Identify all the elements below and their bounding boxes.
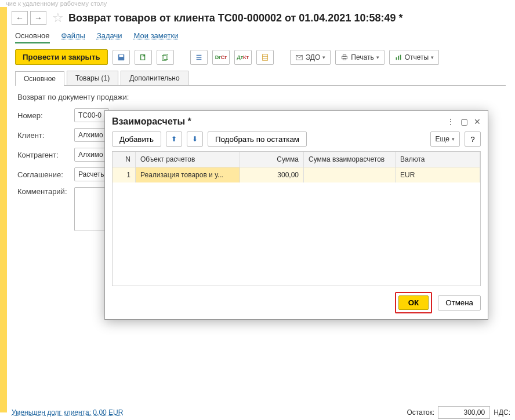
arrow-up-icon: ⬆ <box>171 135 177 143</box>
pick-by-balance-button[interactable]: Подобрать по остаткам <box>208 132 307 147</box>
settlements-grid[interactable]: N Объект расчетов Сумма Сумма взаиморасч… <box>112 151 481 286</box>
copy-icon-button[interactable] <box>135 50 152 65</box>
number-label: Номер: <box>17 111 74 120</box>
contractor-field[interactable]: Алхимо <box>74 148 109 162</box>
cancel-button[interactable]: Отмена <box>438 295 481 311</box>
cell-sum[interactable]: 300,00 <box>240 167 304 182</box>
remote-desktop-hint: чие к удаленному рабочему столу <box>6 0 107 7</box>
svg-rect-1 <box>119 54 123 57</box>
client-label: Клиент: <box>17 131 74 140</box>
list-icon-button[interactable] <box>190 50 208 65</box>
nav-forward-button[interactable]: → <box>30 11 46 25</box>
add-button[interactable]: Добавить <box>112 132 161 147</box>
section-link-notes[interactable]: Мои заметки <box>134 29 179 43</box>
move-up-button[interactable]: ⬆ <box>166 132 182 147</box>
move-down-button[interactable]: ⬇ <box>187 132 203 147</box>
arrow-right-icon: → <box>34 13 42 23</box>
modal-close-icon[interactable]: ✕ <box>474 117 481 126</box>
help-button[interactable]: ? <box>465 132 481 147</box>
col-header-settlement[interactable]: Сумма взаиморасчетов <box>304 152 396 167</box>
section-link-main[interactable]: Основное <box>15 29 50 43</box>
comment-textarea[interactable] <box>74 187 109 231</box>
post-and-close-button[interactable]: Провести и закрыть <box>15 49 108 65</box>
edo-dropdown[interactable]: ЭДО▾ <box>290 50 331 65</box>
drcr-icon-button[interactable]: DrCr <box>212 50 230 65</box>
reports-dropdown[interactable]: Отчеты▾ <box>389 50 439 65</box>
balance-value: 300,00 <box>438 406 490 419</box>
ok-button[interactable]: ОК <box>398 295 429 310</box>
svg-rect-10 <box>396 57 397 60</box>
balance-label: Остаток: <box>407 408 434 417</box>
left-accent-bar <box>0 7 7 412</box>
comment-label: Комментарий: <box>17 187 74 196</box>
col-header-object[interactable]: Объект расчетов <box>136 152 240 167</box>
cell-object[interactable]: Реализация товаров и у... <box>136 167 240 182</box>
print-dropdown[interactable]: Печать▾ <box>335 50 384 65</box>
svg-rect-11 <box>398 56 399 60</box>
col-header-n[interactable]: N <box>113 152 136 167</box>
dtkt-icon-button[interactable]: ДтКт <box>234 50 252 65</box>
col-header-currency[interactable]: Валюта <box>396 152 480 167</box>
cell-currency[interactable]: EUR <box>396 167 480 182</box>
svg-rect-5 <box>262 54 267 60</box>
tab-goods[interactable]: Товары (1) <box>67 71 118 85</box>
arrow-left-icon: ← <box>16 13 24 23</box>
agreement-field[interactable]: Расчеть <box>74 167 109 181</box>
table-row[interactable]: 1 Реализация товаров и у... 300,00 EUR <box>113 167 480 182</box>
section-link-files[interactable]: Файлы <box>61 29 85 43</box>
col-header-sum[interactable]: Сумма <box>240 152 304 167</box>
modal-title: Взаиморасчеты * <box>112 116 191 127</box>
tab-additional[interactable]: Дополнительно <box>121 71 188 85</box>
favorite-star-icon[interactable]: ☆ <box>52 10 64 25</box>
settlements-modal: Взаиморасчеты * ⋮ ▢ ✕ Добавить ⬆ ⬇ Подоб… <box>104 110 488 320</box>
arrow-down-icon: ⬇ <box>192 135 198 143</box>
section-link-tasks[interactable]: Задачи <box>97 29 122 43</box>
cell-settlement[interactable] <box>304 167 396 182</box>
modal-menu-icon[interactable]: ⋮ <box>447 117 455 126</box>
tab-main[interactable]: Основное <box>15 71 64 86</box>
chart-icon <box>394 53 402 61</box>
vat-label: НДС: <box>494 408 510 417</box>
more-dropdown[interactable]: Еще▾ <box>430 132 460 147</box>
cell-n: 1 <box>113 167 136 182</box>
sheet-icon-button[interactable] <box>256 50 274 65</box>
printer-icon <box>340 53 349 61</box>
return-by-doc-label: Возврат по документу продажи: <box>17 93 503 101</box>
client-field[interactable]: Алхимо <box>74 128 109 142</box>
svg-rect-12 <box>400 54 401 60</box>
modal-maximize-icon[interactable]: ▢ <box>460 117 468 126</box>
number-field[interactable]: ТС00-0 <box>74 108 109 122</box>
envelope-icon <box>295 53 303 61</box>
save-icon-button[interactable] <box>113 50 130 65</box>
nav-back-button[interactable]: ← <box>12 11 28 25</box>
ok-highlight: ОК <box>395 292 433 313</box>
page-title: Возврат товаров от клиента ТС00-000002 о… <box>68 12 402 24</box>
svg-rect-8 <box>343 54 346 56</box>
agreement-label: Соглашение: <box>17 170 74 179</box>
contractor-label: Контрагент: <box>17 151 74 159</box>
attach-icon-button[interactable] <box>157 50 174 65</box>
client-debt-link[interactable]: Уменьшен долг клиента: 0,00 EUR <box>12 408 123 417</box>
